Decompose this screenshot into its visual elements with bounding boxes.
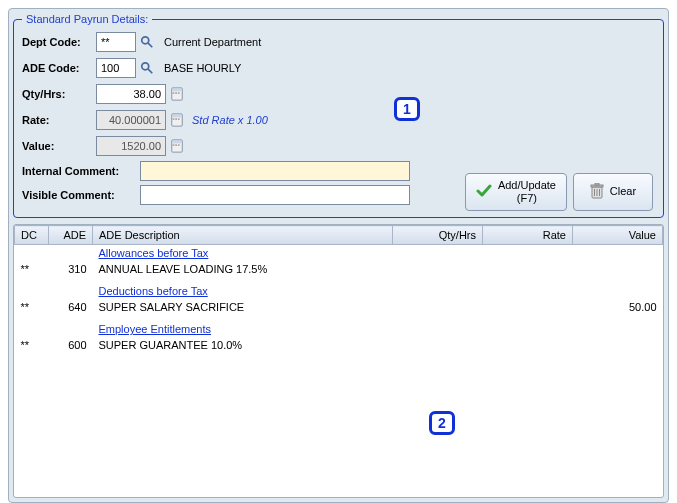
svg-rect-12	[175, 118, 177, 120]
svg-line-3	[148, 69, 152, 73]
section-title-row: Allowances before Tax	[15, 245, 663, 262]
check-icon	[476, 183, 492, 201]
label-rate: Rate:	[22, 114, 96, 126]
svg-rect-7	[175, 92, 177, 94]
cell-rate	[483, 337, 573, 353]
col-desc[interactable]: ADE Description	[93, 226, 393, 245]
button-area: Add/Update (F7) Clear	[465, 173, 653, 211]
cell-value	[573, 337, 663, 353]
svg-rect-5	[173, 89, 182, 92]
row-ade: ADE Code: BASE HOURLY	[22, 57, 655, 79]
row-qty: Qty/Hrs:	[22, 83, 655, 105]
dept-desc: Current Department	[164, 36, 261, 48]
svg-line-1	[148, 43, 152, 47]
section-title: Employee Entitlements	[93, 321, 393, 337]
cell-value	[573, 261, 663, 277]
row-dept: Dept Code: Current Department	[22, 31, 655, 53]
svg-rect-10	[173, 115, 182, 118]
cell-desc: ANNUAL LEAVE LOADING 17.5%	[93, 261, 393, 277]
rate-calc-icon[interactable]	[168, 111, 186, 129]
dept-lookup-icon[interactable]	[138, 33, 156, 51]
cell-ade: 600	[49, 337, 93, 353]
cell-ade: 640	[49, 299, 93, 315]
row-rate: Rate: Std Rate x 1.00	[22, 109, 655, 131]
svg-rect-6	[173, 92, 175, 94]
table-row[interactable]: **600SUPER GUARANTEE 10.0%	[15, 337, 663, 353]
ade-code-input[interactable]	[96, 58, 136, 78]
svg-rect-13	[178, 118, 180, 120]
cell-dc: **	[15, 261, 49, 277]
cell-rate	[483, 299, 573, 315]
label-value: Value:	[22, 140, 96, 152]
cell-rate	[483, 261, 573, 277]
ade-desc: BASE HOURLY	[164, 62, 241, 74]
section-title: Deductions before Tax	[93, 283, 393, 299]
col-value[interactable]: Value	[573, 226, 663, 245]
add-update-label: Add/Update (F7)	[498, 179, 556, 205]
col-dc[interactable]: DC	[15, 226, 49, 245]
section-title: Allowances before Tax	[93, 245, 393, 262]
svg-rect-15	[173, 141, 182, 144]
add-update-button[interactable]: Add/Update (F7)	[465, 173, 567, 211]
svg-point-0	[142, 37, 149, 44]
svg-rect-17	[175, 144, 177, 146]
label-dept: Dept Code:	[22, 36, 96, 48]
section-title-row: Employee Entitlements	[15, 321, 663, 337]
payrun-fieldset: Standard Payrun Details: Dept Code: Curr…	[13, 13, 664, 218]
col-rate[interactable]: Rate	[483, 226, 573, 245]
table-row[interactable]: **640SUPER SALARY SACRIFICE50.00	[15, 299, 663, 315]
qty-calc-icon[interactable]	[168, 85, 186, 103]
svg-rect-16	[173, 144, 175, 146]
cell-qty	[393, 299, 483, 315]
cell-qty	[393, 337, 483, 353]
svg-rect-18	[178, 144, 180, 146]
clear-button[interactable]: Clear	[573, 173, 653, 211]
cell-desc: SUPER GUARANTEE 10.0%	[93, 337, 393, 353]
main-panel: Standard Payrun Details: Dept Code: Curr…	[8, 8, 669, 503]
rate-input	[96, 110, 166, 130]
cell-qty	[393, 261, 483, 277]
cell-value: 50.00	[573, 299, 663, 315]
visible-comment-input[interactable]	[140, 185, 410, 205]
svg-rect-8	[178, 92, 180, 94]
clear-label: Clear	[610, 185, 636, 198]
label-internal: Internal Comment:	[22, 165, 140, 177]
grid-header-row: DC ADE ADE Description Qty/Hrs Rate Valu…	[15, 226, 663, 245]
table-row[interactable]: **310ANNUAL LEAVE LOADING 17.5%	[15, 261, 663, 277]
cell-ade: 310	[49, 261, 93, 277]
section-title-row: Deductions before Tax	[15, 283, 663, 299]
svg-rect-11	[173, 118, 175, 120]
label-visible: Visible Comment:	[22, 189, 140, 201]
svg-point-2	[142, 63, 149, 70]
cell-dc: **	[15, 337, 49, 353]
label-qty: Qty/Hrs:	[22, 88, 96, 100]
col-ade[interactable]: ADE	[49, 226, 93, 245]
value-input	[96, 136, 166, 156]
ade-grid: DC ADE ADE Description Qty/Hrs Rate Valu…	[14, 225, 663, 359]
svg-rect-21	[595, 183, 599, 185]
ade-lookup-icon[interactable]	[138, 59, 156, 77]
callout-1: 1	[394, 97, 420, 121]
label-ade: ADE Code:	[22, 62, 96, 74]
internal-comment-input[interactable]	[140, 161, 410, 181]
qty-input[interactable]	[96, 84, 166, 104]
trash-icon	[590, 183, 604, 201]
callout-2: 2	[429, 411, 455, 435]
grid-wrap: DC ADE ADE Description Qty/Hrs Rate Valu…	[13, 224, 664, 498]
row-value: Value:	[22, 135, 655, 157]
col-qty[interactable]: Qty/Hrs	[393, 226, 483, 245]
cell-dc: **	[15, 299, 49, 315]
dept-code-input[interactable]	[96, 32, 136, 52]
std-rate-note: Std Rate x 1.00	[192, 114, 268, 126]
fieldset-legend: Standard Payrun Details:	[22, 13, 152, 25]
cell-desc: SUPER SALARY SACRIFICE	[93, 299, 393, 315]
value-calc-icon[interactable]	[168, 137, 186, 155]
